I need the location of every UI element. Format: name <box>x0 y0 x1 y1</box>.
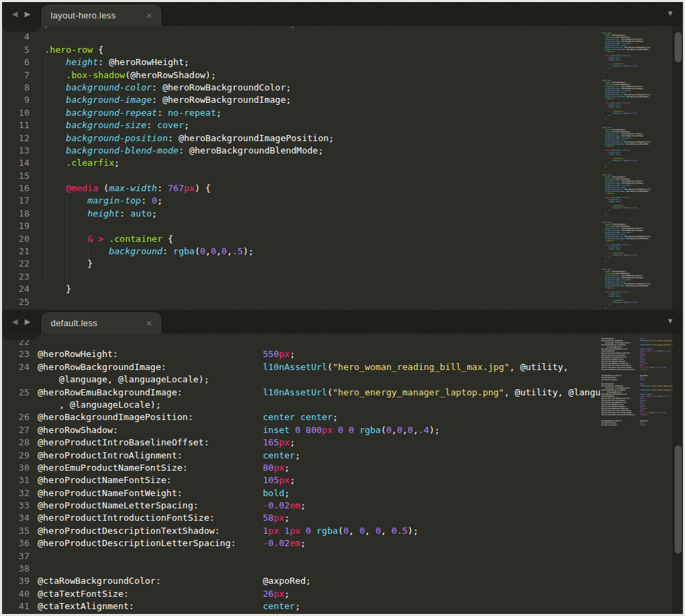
code-line[interactable]: 7 .box-shadow(@heroRowShadow); <box>2 69 683 82</box>
history-back-icon[interactable]: ◀ <box>12 318 18 325</box>
code-line[interactable]: 28@heroProductIntroBaselineOffset: 165px… <box>2 436 683 449</box>
code-line[interactable]: @language, @languageLocale); <box>2 373 683 386</box>
tab-close-icon[interactable]: × <box>146 318 152 328</box>
code-text: @heroRowBackgroundImage: l10nAssetUrl("h… <box>38 361 569 373</box>
code-line[interactable]: 8 background-color: @heroRowBackgroundCo… <box>2 82 683 94</box>
line-number: 20 <box>2 233 29 245</box>
line-number: 27 <box>2 424 29 436</box>
code-text: @heroProductNameFontWeight: bold; <box>38 487 290 500</box>
code-line[interactable]: 12 background-position: @heroBackgroundI… <box>2 132 683 145</box>
code-line[interactable]: 32@heroProductNameFontWeight: bold; <box>2 487 683 500</box>
code-line[interactable]: 20 & > .container { <box>2 233 683 245</box>
tab-history-nav: ◀ ▶ <box>2 2 40 26</box>
code-line[interactable]: 26@heroBackgroundImagePosition: center c… <box>2 411 683 423</box>
line-number <box>2 399 29 411</box>
pane-bottom: ◀ ▶ default.less × ▼ 2223@heroRowHeight:… <box>2 310 683 614</box>
scrollbar-thumb[interactable] <box>675 32 682 62</box>
code-text: @heroEmuProductNameFontSize: 80px; <box>38 462 290 474</box>
tab-close-icon[interactable]: × <box>146 10 152 21</box>
code-line[interactable]: 21 background: rgba(0,0,0,.5); <box>2 245 683 258</box>
minimap[interactable]: @heroRowHeight: 550px;@heroRowBackground… <box>600 334 673 614</box>
tab-bar: ◀ ▶ default.less × ▼ <box>2 310 683 334</box>
code-line[interactable]: 35@heroProductDescriptionTextShadow: 1px… <box>2 525 683 537</box>
tab-overflow-icon[interactable]: ▼ <box>667 317 674 325</box>
code-text: @heroRowHeight: 550px; <box>38 348 295 360</box>
line-number: 22 <box>2 258 29 270</box>
minimap-line: @ctaTextAlignment: center; <box>601 424 673 426</box>
code-text: @media (max-width: 767px) { <box>45 182 211 195</box>
code-line[interactable]: 24@heroRowBackgroundImage: l10nAssetUrl(… <box>2 361 683 373</box>
line-number: 8 <box>2 82 29 94</box>
code-text: @heroProductDescriptionTextShadow: 1px 1… <box>38 525 419 537</box>
code-text: background-repeat: no-repeat; <box>45 107 221 119</box>
code-line[interactable]: 4 <box>2 31 683 43</box>
line-number: 36 <box>2 537 29 550</box>
code-line[interactable]: 34@heroProductIntroductionFontSize: 58px… <box>2 512 683 524</box>
code-line[interactable]: 9 background-image: @heroRowBackgroundIm… <box>2 94 683 106</box>
code-line[interactable]: 31@heroProductNameFontSize: 105px; <box>2 474 683 486</box>
line-number: 5 <box>2 44 29 56</box>
line-number: 13 <box>2 145 29 157</box>
code-line[interactable]: 24 } <box>2 283 683 295</box>
scrollbar[interactable] <box>673 26 683 310</box>
code-line[interactable]: 3/*-------------------------------------… <box>2 26 683 31</box>
tab-bar: ◀ ▶ layout-hero.less × ▼ <box>2 2 683 26</box>
code-text: height: auto; <box>45 208 157 220</box>
code-line[interactable]: , @languageLocale); <box>2 399 683 411</box>
code-line[interactable]: 19 <box>2 220 683 232</box>
code-line[interactable]: 39@ctaRowBackgroundColor: @axpoRed; <box>2 575 683 587</box>
history-back-icon[interactable]: ◀ <box>12 10 18 18</box>
scrollbar-thumb[interactable] <box>675 445 682 554</box>
code-line[interactable]: 6 height: @heroRowHeight; <box>2 56 683 69</box>
code-line[interactable]: 16 @media (max-width: 767px) { <box>2 182 683 195</box>
code-line[interactable]: 25@heroRowEmuBackgroundImage: l10nAssetU… <box>2 386 683 399</box>
code-text: background-position: @heroBackgroundImag… <box>45 132 334 145</box>
tab-title: default.less <box>51 318 97 328</box>
code-line[interactable]: 10 background-repeat: no-repeat; <box>2 107 683 119</box>
file-tab[interactable]: layout-hero.less × <box>41 5 162 26</box>
code-line[interactable]: 37 <box>2 550 683 563</box>
code-text: @ctaRowBackgroundColor: @axpoRed; <box>38 575 311 587</box>
code-line[interactable]: 40@ctaTextFontSize: 26px; <box>2 588 683 600</box>
line-number: 29 <box>2 449 29 462</box>
code-editor[interactable]: 2223@heroRowHeight: 550px;24@heroRowBack… <box>2 334 683 614</box>
code-line[interactable]: 14 .clearfix; <box>2 157 683 169</box>
code-line[interactable]: 18 height: auto; <box>2 208 683 220</box>
code-line[interactable]: 22 } <box>2 258 683 270</box>
code-line[interactable]: 23 <box>2 271 683 283</box>
line-number: 7 <box>2 69 29 82</box>
code-text: .box-shadow(@heroRowShadow); <box>45 69 216 82</box>
code-line[interactable]: 33@heroProductNameLetterSpacing: -0.02em… <box>2 500 683 512</box>
line-number: 40 <box>2 588 29 600</box>
file-tab[interactable]: default.less × <box>41 312 162 334</box>
history-forward-icon[interactable]: ▶ <box>25 318 30 325</box>
line-number: 38 <box>2 563 29 575</box>
pane-top: ◀ ▶ layout-hero.less × ▼ 3/*------------… <box>2 2 683 310</box>
code-line[interactable]: 5.hero-row { <box>2 44 683 56</box>
code-line[interactable]: 36@heroProductDescriptionLetterSpacing: … <box>2 537 683 550</box>
code-line[interactable]: 13 background-blend-mode: @heroBackgroun… <box>2 145 683 157</box>
code-text: margin-top: 0; <box>45 195 162 207</box>
code-line[interactable]: 23@heroRowHeight: 550px; <box>2 348 683 360</box>
code-line[interactable]: 41@ctaTextAlignment: center; <box>2 600 683 613</box>
code-line[interactable]: 25 <box>2 296 683 308</box>
code-text: } <box>45 283 71 295</box>
tab-overflow-icon[interactable]: ▼ <box>667 10 674 17</box>
history-forward-icon[interactable]: ▶ <box>25 10 30 18</box>
code-line[interactable]: 17 margin-top: 0; <box>2 195 683 207</box>
line-number: 32 <box>2 487 29 500</box>
code-text: & > .container { <box>45 233 173 245</box>
code-line[interactable]: 11 background-size: cover; <box>2 119 683 132</box>
code-line[interactable]: 30@heroEmuProductNameFontSize: 80px; <box>2 462 683 474</box>
code-line[interactable]: 27@heroRowShadow: inset 0 800px 0 0 rgba… <box>2 424 683 436</box>
code-line[interactable]: 29@heroProductIntroAlignment: center; <box>2 449 683 462</box>
code-line[interactable]: 15 <box>2 170 683 182</box>
code-line[interactable]: 22 <box>2 336 683 348</box>
code-editor[interactable]: 3/*-------------------------------------… <box>2 26 683 310</box>
code-line[interactable]: 38 <box>2 563 683 575</box>
scrollbar[interactable] <box>673 334 683 614</box>
line-number: 33 <box>2 500 29 512</box>
code-text: @language, @languageLocale); <box>38 373 209 386</box>
minimap[interactable]: /*--------------------------------------… <box>600 26 673 310</box>
line-number: 4 <box>2 31 29 43</box>
